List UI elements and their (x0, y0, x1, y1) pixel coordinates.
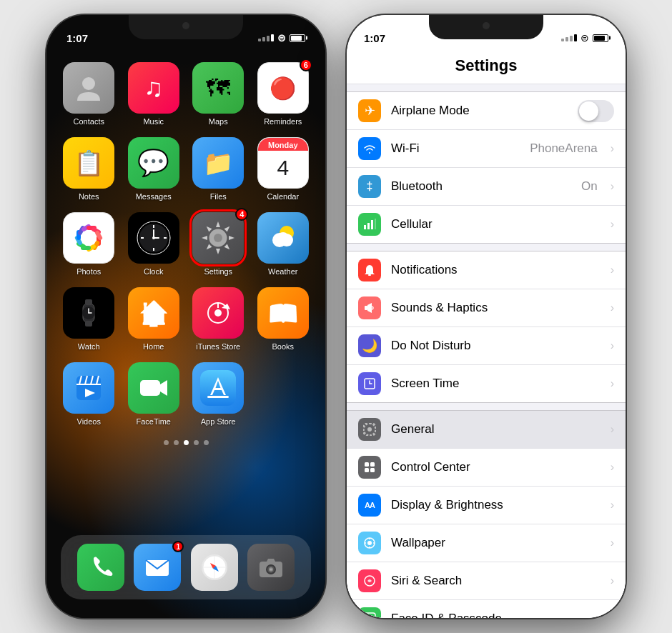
row-bluetooth[interactable]: ‡ Bluetooth On › (347, 168, 626, 206)
app-videos[interactable]: Videos (62, 362, 116, 426)
wallpaper-label: Wallpaper (391, 536, 601, 550)
status-icons: ⊜ (258, 32, 305, 44)
app-calendar[interactable]: Monday 4 Calendar (257, 137, 310, 201)
controlcenter-label: Control Center (391, 460, 601, 474)
airplane-label: Airplane Mode (391, 104, 568, 118)
app-contacts[interactable]: Contacts (62, 62, 116, 126)
svg-rect-68 (375, 219, 376, 229)
svg-rect-77 (370, 468, 375, 472)
settings-nav-bar: Settings (347, 51, 626, 84)
displaybrightness-chevron: › (611, 499, 614, 512)
settings-section-network: ✈ Airplane Mode Wi-Fi PhoneArena › (347, 91, 626, 244)
dock-safari[interactable] (191, 544, 238, 591)
status-bar-home: 1:07 ⊜ (46, 15, 325, 51)
settings-section-general: General › Control Center › AA Display & … (347, 410, 626, 618)
iphone-home: 1:07 ⊜ (46, 15, 325, 618)
svg-rect-33 (85, 321, 92, 327)
bluetooth-value: On (581, 179, 598, 194)
svg-point-25 (214, 234, 222, 242)
svg-rect-48 (140, 380, 160, 396)
faceid-label: Face ID & Passcode (391, 612, 601, 618)
sirisearch-chevron: › (611, 574, 614, 587)
row-sirisearch[interactable]: Siri & Search › (347, 562, 626, 600)
screentime-label: Screen Time (391, 377, 601, 391)
general-icon (358, 418, 381, 441)
settings-title: Settings (358, 56, 614, 75)
row-controlcenter[interactable]: Control Center › (347, 449, 626, 487)
row-notifications[interactable]: Notifications › (347, 251, 626, 289)
row-general[interactable]: General › (347, 411, 626, 449)
faceid-icon (358, 607, 381, 618)
row-wifi[interactable]: Wi-Fi PhoneArena › (347, 130, 626, 168)
general-label: General (391, 422, 601, 437)
svg-rect-66 (367, 223, 370, 229)
svg-rect-39 (217, 302, 219, 308)
faceid-chevron: › (611, 612, 614, 618)
notifications-label: Notifications (391, 263, 601, 277)
cellular-chevron: › (611, 218, 614, 231)
calendar-day: 4 (277, 151, 289, 188)
row-sounds[interactable]: Sounds & Haptics › (347, 289, 626, 327)
svg-rect-74 (365, 462, 369, 467)
notifications-chevron: › (611, 264, 614, 276)
svg-point-87 (371, 617, 373, 619)
app-music[interactable]: ♫ Music (127, 62, 181, 126)
row-airplane[interactable]: ✈ Airplane Mode (347, 92, 626, 130)
sounds-chevron: › (611, 301, 614, 314)
app-reminders[interactable]: 🔴 6 Reminders (257, 62, 310, 126)
app-files[interactable]: 📁 Files (192, 137, 245, 201)
svg-rect-75 (370, 462, 375, 467)
status-icons-settings: ⊜ (561, 32, 608, 44)
svg-point-0 (82, 77, 95, 90)
app-weather[interactable]: Weather (257, 212, 310, 276)
cellular-icon (358, 213, 381, 236)
page-dot-3 (184, 440, 189, 445)
page-dot-4 (194, 440, 199, 445)
row-donotdisturb[interactable]: 🌙 Do Not Disturb › (347, 327, 626, 365)
cellular-label: Cellular (391, 217, 601, 231)
dock-camera[interactable] (247, 544, 295, 591)
app-itunes[interactable]: iTunes Store (192, 287, 245, 351)
row-displaybrightness[interactable]: AA Display & Brightness › (347, 487, 626, 524)
app-watch[interactable]: Watch (62, 287, 116, 351)
wallpaper-chevron: › (611, 537, 614, 549)
displaybrightness-icon: AA (358, 494, 381, 517)
wifi-label: Wi-Fi (391, 141, 520, 156)
donotdisturb-chevron: › (611, 339, 614, 352)
svg-rect-76 (365, 468, 369, 472)
sounds-label: Sounds & Haptics (391, 301, 601, 315)
page-dots (46, 440, 325, 445)
airplane-icon: ✈ (358, 99, 381, 122)
app-settings[interactable]: 4 Settings (192, 212, 245, 276)
app-messages[interactable]: 💬 Messages (127, 137, 181, 201)
row-cellular[interactable]: Cellular › (347, 206, 626, 243)
sirisearch-label: Siri & Search (391, 574, 601, 588)
row-wallpaper[interactable]: Wallpaper › (347, 524, 626, 562)
app-grid: Contacts ♫ Music 🗺 Maps 🔴 (46, 54, 325, 434)
settings-screen: 1:07 ⊜ Settings (347, 15, 626, 618)
dock-mail[interactable]: 1 (134, 544, 181, 591)
dock-phone[interactable] (77, 544, 124, 591)
svg-rect-65 (364, 225, 366, 229)
svg-rect-69 (368, 274, 371, 276)
app-notes[interactable]: 📋 Notes (62, 137, 116, 201)
battery-icon-settings (593, 34, 608, 42)
page-dot-2 (174, 440, 179, 445)
svg-point-86 (367, 617, 369, 619)
time-display: 1:07 (66, 32, 88, 44)
time-display-settings: 1:07 (364, 32, 385, 44)
row-screentime[interactable]: Screen Time › (347, 365, 626, 402)
app-photos[interactable]: Photos (62, 212, 116, 276)
app-maps[interactable]: 🗺 Maps (192, 62, 245, 126)
app-home[interactable]: 🏠 Home (127, 287, 181, 351)
donotdisturb-icon: 🌙 (358, 334, 381, 357)
app-facetime[interactable]: FaceTime (127, 362, 181, 426)
airplane-toggle[interactable] (578, 100, 614, 122)
app-clock[interactable]: Clock (127, 212, 181, 276)
wifi-value: PhoneArena (530, 141, 598, 156)
app-books[interactable]: 📖 Books (257, 287, 310, 351)
page-dot-1 (164, 440, 169, 445)
settings-list: ✈ Airplane Mode Wi-Fi PhoneArena › (347, 84, 626, 618)
app-appstore[interactable]: App Store (192, 362, 245, 426)
row-faceid[interactable]: Face ID & Passcode › (347, 600, 626, 618)
